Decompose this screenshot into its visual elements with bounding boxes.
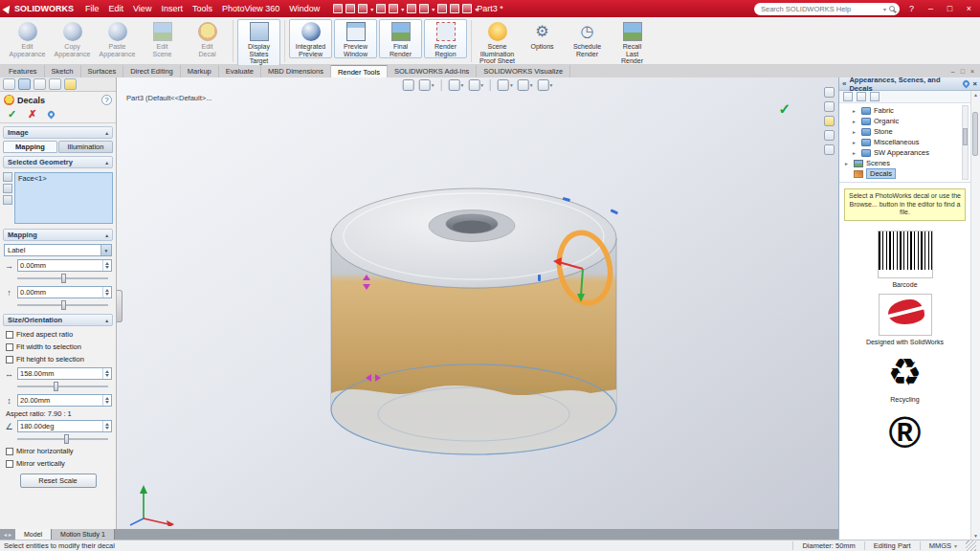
checkbox[interactable] [6,356,13,364]
tree-scrollbar[interactable] [962,105,969,180]
tab-markup[interactable]: Markup [181,65,219,77]
display-style-icon[interactable] [448,79,459,91]
mapping-section-header[interactable]: Mapping ▴ [3,229,113,241]
spin-down-icon[interactable] [105,374,109,377]
expand-icon[interactable]: ▸ [853,129,858,135]
help-circle-icon[interactable]: ? [101,95,112,105]
refresh-icon[interactable] [870,92,880,101]
expand-icon[interactable]: ▸ [845,161,851,166]
featuremanager-tab-icon[interactable] [3,78,15,90]
fit-height-row[interactable]: Fit height to selection [6,355,110,364]
tree-item-organic[interactable]: ▸Organic [839,116,970,126]
preview-window-button[interactable]: PreviewWindow [334,19,377,58]
tab-evaluate[interactable]: Evaluate [219,65,261,77]
edit-decal-button[interactable]: EditDecal [186,19,229,58]
edit-scene-button[interactable]: EditScene [141,19,184,58]
view-orientation-icon[interactable] [419,79,431,91]
spinner-arrows[interactable] [102,395,111,406]
tab-mapping[interactable]: Mapping [3,141,57,153]
tab-model[interactable]: Model [15,529,52,540]
recall-last-render-button[interactable]: RecallLastRender [611,19,654,66]
select-icon[interactable] [419,4,429,13]
tree-item-scenes[interactable]: ▸Scenes [839,158,970,168]
tab-features[interactable]: Features [2,65,45,77]
propertymanager-tab-icon[interactable] [18,78,31,90]
units-selector[interactable]: MMGS▾ [920,541,966,550]
expand-icon[interactable]: ▸ [853,108,858,114]
caret-icon[interactable]: ▾ [460,82,463,88]
decal-thumbnail-barcode[interactable] [878,231,933,278]
undo-caret-icon[interactable]: ▾ [401,6,404,12]
tab-surfaces[interactable]: Surfaces [81,65,124,77]
scroll-down-icon[interactable]: ▼ [973,533,978,539]
search-caret-icon[interactable]: ▾ [883,6,886,12]
fit-width-row[interactable]: Fit width to selection [6,342,110,351]
scroll-up-icon[interactable]: ▲ [973,92,978,98]
spin-down-icon[interactable] [105,401,109,404]
spinner-arrows[interactable] [102,368,111,379]
slider-thumb[interactable] [61,274,66,283]
maximize-button[interactable]: □ [943,2,957,15]
edit-appearance-icon[interactable] [498,79,509,91]
search-input[interactable] [759,4,880,14]
spinner-arrows[interactable] [102,287,111,298]
ok-check-icon[interactable]: ✓ [8,108,16,121]
slider-thumb[interactable] [61,300,66,310]
decal-thumbnail-recycling[interactable]: ♻ [888,351,923,393]
help-search-box[interactable]: ▾ [754,3,900,15]
spinner-arrows[interactable] [102,260,111,271]
field-value[interactable]: 0.00mm [18,288,102,297]
side-toolbar-icon[interactable] [824,87,835,98]
spin-up-icon[interactable] [105,262,109,265]
spin-down-icon[interactable] [105,266,109,269]
decal-thumbnail-registered[interactable]: ® [889,408,922,456]
panel-splitter-handle[interactable] [117,290,122,322]
final-render-button[interactable]: FinalRender [379,19,422,58]
dimxpertmanager-tab-icon[interactable] [49,78,61,90]
field-value[interactable]: 180.00deg [18,422,102,430]
open-file-icon[interactable] [345,4,355,13]
zoom-fit-icon[interactable] [403,79,414,91]
edit-appearance-button[interactable]: EditAppearance [6,19,49,58]
vertical-offset-slider[interactable] [17,300,108,310]
expand-icon[interactable]: ▸ [853,150,858,156]
select-caret-icon[interactable]: ▾ [432,6,434,12]
hide-show-items-icon[interactable] [468,79,479,91]
save-icon[interactable] [358,4,368,13]
pin-icon[interactable] [47,110,56,120]
help-icon[interactable]: ? [904,2,919,15]
integrated-preview-button[interactable]: IntegratedPreview [289,19,332,58]
rotation-slider[interactable] [17,434,108,444]
configurationmanager-tab-icon[interactable] [33,78,46,90]
spin-down-icon[interactable] [105,427,109,430]
cancel-x-icon[interactable]: ✗ [28,108,36,121]
expand-icon[interactable]: ▸ [853,119,858,124]
scroll-right-icon[interactable]: ▸ [9,531,11,538]
checkbox[interactable] [6,448,13,455]
spin-up-icon[interactable] [105,370,109,373]
search-icon[interactable] [889,6,895,11]
image-section-header[interactable]: Image ▴ [3,126,113,139]
doc-close-icon[interactable]: × [970,68,974,75]
close-pane-icon[interactable]: × [973,79,977,88]
horizontal-offset-field[interactable]: 0.00mm [17,259,112,272]
surface-filter-icon[interactable] [3,184,12,193]
tree-item-miscellaneous[interactable]: ▸Miscellaneous [839,137,970,147]
decal-width-slider[interactable] [17,382,108,391]
menu-view[interactable]: View [129,4,155,13]
tab-illumination[interactable]: Illumination [58,141,113,153]
checkbox[interactable] [6,331,13,339]
face-filter-icon[interactable] [3,172,12,182]
expand-icon[interactable]: ▸ [853,140,858,145]
scene-illumination-proof-sheet-button[interactable]: SceneIlluminationProof Sheet [476,19,519,66]
options-caret-icon[interactable]: ▾ [475,6,478,12]
rotation-field[interactable]: 180.00deg [17,420,112,432]
tree-item-stone[interactable]: ▸Stone [839,126,970,137]
scrollbar-thumb[interactable] [972,112,978,156]
tab-direct-editing[interactable]: Direct Editing [123,65,181,77]
copy-appearance-button[interactable]: CopyAppearance [51,19,94,58]
side-toolbar-icon[interactable] [824,116,835,126]
mirror-horizontal-row[interactable]: Mirror horizontally [6,447,110,455]
print-icon[interactable] [376,4,386,13]
checkbox[interactable] [6,460,13,468]
